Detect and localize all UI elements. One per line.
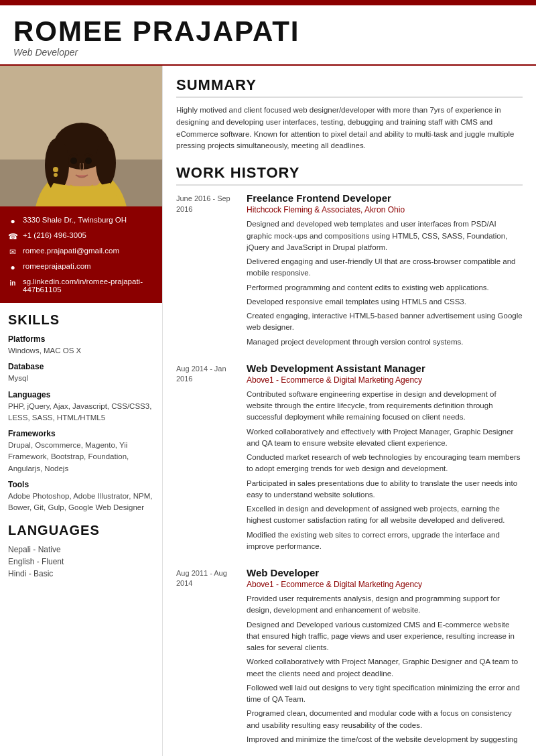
skill-category-name: Platforms	[8, 334, 154, 344]
phone-icon: ☎	[8, 232, 17, 241]
work-bullet: Participated in sales presentations due …	[247, 478, 523, 501]
linkedin-item: in sg.linkedin.com/in/romee-prajapati-44…	[8, 277, 154, 294]
phone-text: +1 (216) 496-3005	[23, 231, 86, 239]
address-text: 3330 Shale Dr., Twinsburg OH	[23, 216, 127, 224]
work-bullet: Provided user requirements analysis, des…	[247, 593, 523, 617]
location-icon: ●	[8, 216, 17, 226]
work-bullet: Modified the existing web sites to corre…	[247, 529, 523, 553]
work-company: Hitchcock Fleming & Associates, Akron Oh…	[247, 205, 523, 214]
svg-point-8	[96, 139, 116, 186]
work-bullet: Conducted market research of web technol…	[247, 452, 523, 475]
skill-category: Frameworks Drupal, Oscommerce, Magento, …	[8, 429, 154, 475]
work-bullet: Developed responsive email templates usi…	[247, 296, 523, 308]
language-item: English - Fluent	[8, 557, 154, 566]
work-bullet: Managed project development through vers…	[247, 336, 523, 348]
work-entry: Aug 2011 - Aug 2014 Web Developer Above1…	[176, 567, 523, 748]
work-job-title: Freelance Frontend Developer	[247, 192, 523, 204]
skill-category-values: PHP, jQuery, Ajax, Javascript, CSS/CSS3,…	[8, 401, 154, 424]
work-entry: Aug 2014 - Jan 2016 Web Development Assi…	[176, 363, 523, 555]
work-bullet: Created engaging, interactive HTML5-base…	[247, 310, 523, 334]
skill-category-name: Database	[8, 362, 154, 371]
work-bullet: Excelled in design and development of as…	[247, 503, 523, 527]
skill-category-name: Tools	[8, 480, 154, 489]
skill-category-name: Frameworks	[8, 429, 154, 438]
work-details: Web Developer Above1 - Ecommerce & Digit…	[247, 567, 523, 748]
svg-point-12	[54, 173, 58, 177]
work-bullet: Worked collaboratively with Project Mana…	[247, 656, 523, 680]
photo-placeholder	[0, 66, 162, 206]
work-bullet: Designed and developed web templates and…	[247, 218, 523, 253]
work-date: Aug 2011 - Aug 2014	[176, 567, 240, 748]
svg-point-11	[53, 167, 58, 172]
svg-point-10	[85, 158, 92, 164]
languages-title: LANGUAGES	[8, 523, 154, 538]
work-bullet: Delivered engaging and user-friendly UI …	[247, 256, 523, 279]
phone-item: ☎ +1 (216) 496-3005	[8, 231, 154, 241]
summary-text: Highly motived and client focused web de…	[176, 105, 523, 152]
summary-title: SUMMARY	[176, 76, 523, 98]
email-item: ✉ romee.prajapati@gmail.com	[8, 247, 154, 257]
candidate-photo	[0, 66, 162, 206]
header: ROMEE PRAJAPATI Web Developer	[0, 5, 536, 66]
skills-title: SKILLS	[8, 312, 154, 328]
skill-category: Languages PHP, jQuery, Ajax, Javascript,…	[8, 390, 154, 424]
skill-category-name: Languages	[8, 390, 154, 399]
work-details: Web Development Assistant Manager Above1…	[247, 363, 523, 555]
linkedin-icon: in	[8, 278, 17, 288]
candidate-name: ROMEE PRAJAPATI	[13, 17, 523, 46]
main-content: SUMMARY Highly motived and client focuse…	[162, 66, 536, 756]
work-bullet: Contributed software engineering experti…	[247, 389, 523, 424]
work-bullet: Worked collaboratively and effectively w…	[247, 426, 523, 450]
svg-point-7	[45, 138, 69, 192]
language-item: Nepali - Native	[8, 545, 154, 554]
globe-icon: ●	[8, 263, 17, 272]
work-job-title: Web Developer	[247, 567, 523, 578]
website-text: romeeprajapati.com	[23, 262, 91, 270]
sidebar: ● 3330 Shale Dr., Twinsburg OH ☎ +1 (216…	[0, 66, 162, 756]
skill-category: Tools Adobe Photoshop, Adobe Illustrator…	[8, 480, 154, 514]
skill-category-values: Adobe Photoshop, Adobe Illustrator, NPM,…	[8, 491, 154, 514]
main-layout: ● 3330 Shale Dr., Twinsburg OH ☎ +1 (216…	[0, 66, 536, 756]
work-bullet: Performed programming and content edits …	[247, 282, 523, 294]
work-entry: June 2016 - Sep 2016 Freelance Frontend …	[176, 192, 523, 351]
skills-list: Platforms Windows, MAC OS X Database Mys…	[8, 334, 154, 513]
work-job-title: Web Development Assistant Manager	[247, 363, 523, 374]
top-bar	[0, 0, 536, 5]
work-bullet: Followed well laid out designs to very t…	[247, 682, 523, 706]
skill-category-values: Windows, MAC OS X	[8, 345, 154, 357]
email-icon: ✉	[8, 247, 17, 257]
linkedin-text: sg.linkedin.com/in/romee-prajapati-447b6…	[23, 277, 154, 294]
contact-section: ● 3330 Shale Dr., Twinsburg OH ☎ +1 (216…	[0, 206, 162, 303]
work-bullet: Improved and minimize the time/cost of t…	[247, 734, 523, 745]
website-item: ● romeeprajapati.com	[8, 262, 154, 272]
work-bullet: Programed clean, documented and modular …	[247, 708, 523, 731]
address-item: ● 3330 Shale Dr., Twinsburg OH	[8, 216, 154, 226]
languages-list: Nepali - NativeEnglish - FluentHindi - B…	[8, 545, 154, 578]
skill-category-values: Drupal, Oscommerce, Magento, Yii Framewo…	[8, 440, 154, 475]
svg-point-9	[70, 158, 77, 164]
work-history-list: June 2016 - Sep 2016 Freelance Frontend …	[176, 192, 523, 748]
work-company: Above1 - Ecommerce & Digital Marketing A…	[247, 375, 523, 385]
skill-category: Platforms Windows, MAC OS X	[8, 334, 154, 357]
work-date: Aug 2014 - Jan 2016	[176, 363, 240, 555]
work-date: June 2016 - Sep 2016	[176, 192, 240, 351]
candidate-title: Web Developer	[13, 47, 523, 58]
work-history-title: WORK HISTORY	[176, 164, 523, 186]
work-company: Above1 - Ecommerce & Digital Marketing A…	[247, 580, 523, 589]
language-item: Hindi - Basic	[8, 569, 154, 578]
skill-category: Database Mysql	[8, 362, 154, 384]
work-details: Freelance Frontend Developer Hitchcock F…	[247, 192, 523, 351]
skill-category-values: Mysql	[8, 373, 154, 384]
sidebar-content: SKILLS Platforms Windows, MAC OS X Datab…	[0, 303, 162, 590]
work-bullet: Designed and Developed various customize…	[247, 619, 523, 654]
email-text: romee.prajapati@gmail.com	[23, 247, 119, 255]
